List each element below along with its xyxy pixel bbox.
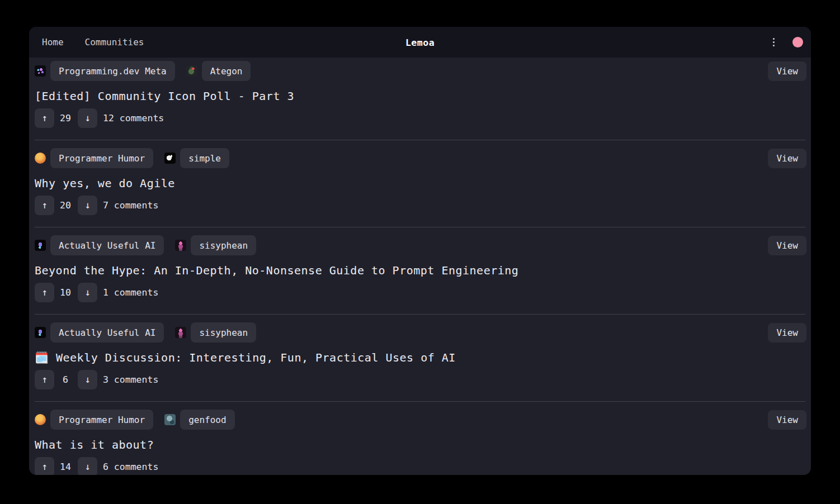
post-meta-row: Programming.dev Meta Ategon View [34,61,806,81]
header-bar: Home Communities Lemoa [29,27,811,58]
menu-button[interactable] [768,35,779,50]
upvote-button[interactable]: ↑ [35,457,54,475]
community-button[interactable]: Programmer Humor [50,410,153,430]
upvote-button[interactable]: ↑ [35,370,54,389]
post-feed: Programming.dev Meta Ategon View [Edited… [29,58,811,475]
post-score: 20 [54,200,77,211]
downvote-button[interactable]: ↓ [78,370,97,389]
post-card: Actually Useful AI sisyphean View Beyond… [34,227,806,314]
author-avatar-icon [175,327,186,338]
comments-count: 1 comments [103,287,158,298]
post-title: Why yes, we do Agile [35,175,806,191]
view-post-button[interactable]: View [768,236,806,255]
post-score: 10 [54,287,77,298]
post-meta-row: Actually Useful AI sisyphean View [34,322,806,343]
community-avatar-icon [35,153,46,164]
nav-communities[interactable]: Communities [78,32,152,52]
author-button[interactable]: genfood [180,410,234,430]
upvote-button[interactable]: ↑ [35,108,54,128]
account-avatar[interactable] [792,37,803,47]
author-button[interactable]: Ategon [202,61,251,81]
view-post-button[interactable]: View [768,149,806,168]
post-meta-row: Programmer Humor genfood View [34,410,806,430]
post-title: [Edited] Community Icon Poll - Part 3 [35,88,806,104]
author-button[interactable]: sisyphean [191,235,256,255]
post-title: 🗓️ Weekly Discussion: Interesting, Fun, … [35,350,806,365]
nav-home[interactable]: Home [35,32,71,52]
author-avatar-icon [186,65,197,77]
post-meta-row: Programmer Humor simple View [34,148,806,168]
post-title: What is it about? [35,437,806,453]
post-title: Beyond the Hype: An In-Depth, No-Nonsens… [35,263,806,278]
post-score: 29 [54,113,77,123]
downvote-button[interactable]: ↓ [78,283,97,302]
comments-count: 6 comments [103,462,158,472]
vote-row: ↑ 10 ↓ 1 comments [34,283,806,302]
downvote-button[interactable]: ↓ [78,196,97,215]
view-post-button[interactable]: View [768,61,806,81]
community-avatar-icon [35,65,46,77]
author-button[interactable]: simple [180,148,229,168]
app-window: Home Communities Lemoa Programming.dev M… [29,27,811,475]
author-avatar-icon [164,153,176,164]
vote-row: ↑ 14 ↓ 6 comments [34,457,806,475]
vote-row: ↑ 29 ↓ 12 comments [34,108,806,128]
vote-row: ↑ 6 ↓ 3 comments [34,370,806,389]
post-meta-row: Actually Useful AI sisyphean View [34,235,806,255]
post-score: 14 [54,462,77,472]
community-avatar-icon [35,414,46,425]
header-actions [768,35,803,50]
post-score: 6 [54,374,77,385]
comments-count: 3 comments [103,374,158,385]
vote-row: ↑ 20 ↓ 7 comments [34,196,806,215]
upvote-button[interactable]: ↑ [35,196,54,215]
post-card: Programming.dev Meta Ategon View [Edited… [34,58,806,140]
community-button[interactable]: Programming.dev Meta [50,61,175,81]
post-card: Programmer Humor genfood View What is it… [34,402,806,475]
author-button[interactable]: sisyphean [191,322,256,343]
community-button[interactable]: Actually Useful AI [50,235,164,255]
downvote-button[interactable]: ↓ [78,457,97,475]
post-card: Actually Useful AI sisyphean View 🗓️ Wee… [34,315,806,401]
community-avatar-icon [35,327,46,338]
community-avatar-icon [35,240,46,251]
app-title: Lemoa [405,37,435,47]
author-avatar-icon [175,240,186,251]
comments-count: 12 comments [103,113,164,123]
downvote-button[interactable]: ↓ [78,108,97,128]
comments-count: 7 comments [103,200,158,211]
post-card: Programmer Humor simple View Why yes, we… [34,140,806,227]
upvote-button[interactable]: ↑ [35,283,54,302]
author-avatar-icon [164,414,176,425]
community-button[interactable]: Actually Useful AI [50,322,164,343]
vertical-ellipsis-icon [773,38,775,46]
view-post-button[interactable]: View [768,410,806,430]
view-post-button[interactable]: View [768,323,806,343]
community-button[interactable]: Programmer Humor [50,148,153,168]
